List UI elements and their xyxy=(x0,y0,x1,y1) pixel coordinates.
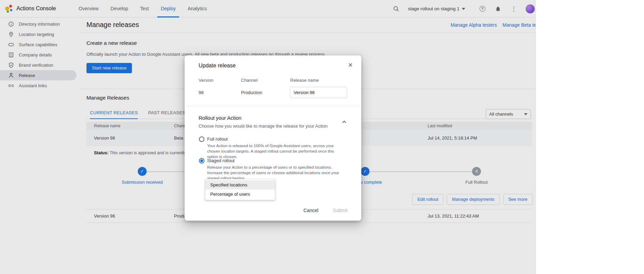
release-name-input[interactable] xyxy=(290,87,347,98)
cancel-button[interactable]: Cancel xyxy=(304,208,319,213)
rollout-type-menu: Specified locations Percentage of users xyxy=(205,179,275,200)
menu-item-percentage-of-users[interactable]: Percentage of users xyxy=(205,190,275,199)
staged-rollout-label[interactable]: Staged rollout xyxy=(207,158,234,163)
dialog-title: Update release xyxy=(199,63,236,69)
update-release-dialog: Update release ✕ Version Channel Release… xyxy=(185,55,361,221)
channel-label: Channel xyxy=(241,78,257,83)
version-value: 98 xyxy=(199,90,203,95)
full-rollout-description: Your Action is released to 100% of Googl… xyxy=(207,143,345,159)
dialog-actions: Cancel Submit xyxy=(304,208,348,213)
actions-console-app: Actions Console Overview Develop Test De… xyxy=(0,0,536,274)
release-name-label: Release name xyxy=(290,78,319,83)
staged-rollout-radio[interactable] xyxy=(199,158,204,164)
close-icon[interactable]: ✕ xyxy=(346,61,354,69)
rollout-subheading: Choose how you would like to manage the … xyxy=(199,123,327,129)
menu-item-specified-locations[interactable]: Specified locations xyxy=(205,180,275,190)
full-rollout-radio[interactable] xyxy=(199,136,204,142)
submit-button[interactable]: Submit xyxy=(333,208,348,213)
rollout-heading: Rollout your Action xyxy=(199,115,241,121)
channel-value: Production xyxy=(241,90,262,95)
full-rollout-label[interactable]: Full rollout xyxy=(207,136,228,142)
version-label: Version xyxy=(199,78,213,83)
chevron-up-icon[interactable] xyxy=(341,118,348,125)
divider xyxy=(185,106,361,106)
staged-rollout-description: Release your Action to a percentage of u… xyxy=(207,165,345,181)
